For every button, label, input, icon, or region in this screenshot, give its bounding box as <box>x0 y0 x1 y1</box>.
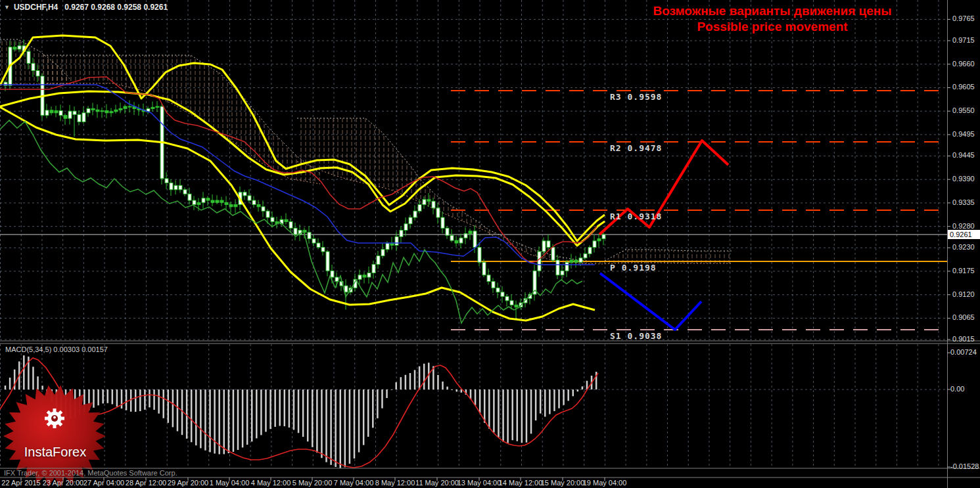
price-axis-label: 0.9550 <box>952 106 975 114</box>
price-axis-label: 0.9230 <box>952 243 975 251</box>
price-axis-label: 0.9445 <box>952 151 975 159</box>
trading-chart-window: ▼USDCHF,H40.9267 0.9268 0.9258 0.9261 Во… <box>0 0 980 488</box>
price-axis-label: 0.9605 <box>952 83 975 91</box>
price-axis-label: 0.9390 <box>952 175 975 183</box>
price-axis-label: 0.9175 <box>952 267 975 275</box>
price-axis-label: 0.9065 <box>952 313 975 321</box>
price-axis-label: 0.9495 <box>952 130 975 138</box>
price-axis-label: 0.9120 <box>952 290 975 298</box>
price-axis-label: 0.9015 <box>952 335 975 343</box>
price-axis-label: 0.9715 <box>952 36 975 44</box>
price-axis-label: 0.9765 <box>952 14 975 22</box>
chevron-down-icon[interactable]: ▼ <box>4 4 10 11</box>
time-axis-label: 19 May 04:00 <box>575 479 634 487</box>
gear-icon <box>45 409 64 428</box>
price-axis-label: 0.9660 <box>952 60 975 68</box>
price-axis-label: 0.9335 <box>952 198 975 206</box>
price-axis-label: 0.9280 <box>952 222 975 230</box>
chart-canvas[interactable] <box>0 0 980 488</box>
